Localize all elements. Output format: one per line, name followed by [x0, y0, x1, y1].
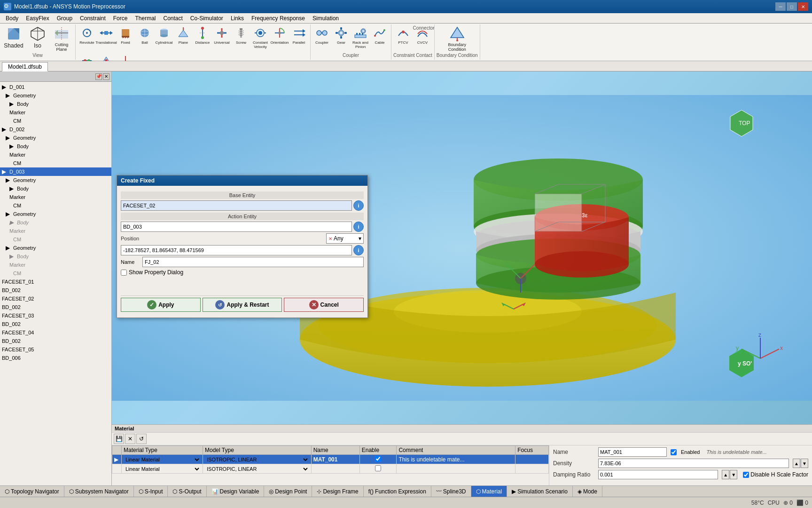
tab-material[interactable]: ⬡ Material [471, 486, 508, 497]
tab-s-input[interactable]: ⬡ S-Input [134, 486, 168, 497]
menu-frequency-response[interactable]: Frequency Response [248, 14, 309, 23]
col-header-comment[interactable]: Comment [397, 446, 515, 455]
table-row[interactable]: Linear Material ISOTROPIC, LINEAR [112, 464, 549, 474]
col-header-material-type[interactable]: Material Type [122, 446, 203, 455]
disable-h-scale-checkbox[interactable] [743, 472, 749, 478]
name-input[interactable] [142, 257, 364, 267]
action-entity-input[interactable] [121, 222, 352, 232]
cable-button[interactable]: Cable [370, 24, 389, 52]
material-refresh-button[interactable]: ↺ [136, 434, 147, 444]
tree-item[interactable]: ▶D_001 [0, 83, 111, 91]
3d-viewport[interactable]: 3ε ✕ Position x y z [112, 71, 812, 424]
row-model-type[interactable]: ISOTROPIC, LINEAR [203, 455, 312, 464]
tree-item[interactable]: Marker [0, 108, 111, 117]
tree-item[interactable]: ▶Body [0, 218, 111, 227]
tree-item[interactable]: FACESET_04 [0, 328, 111, 337]
tree-item[interactable]: FACESET_01 [0, 278, 111, 286]
tab-mode[interactable]: ◈ Mode [573, 486, 602, 497]
material-type-select[interactable]: Linear Material [124, 456, 201, 463]
tab-function-expression[interactable]: f() Function Expression [364, 486, 431, 497]
tab-topology-navigator[interactable]: ⬡ Topology Navigator [0, 486, 64, 497]
tree-item[interactable]: CM [0, 159, 111, 167]
tree-item[interactable]: BD_002 [0, 286, 111, 294]
density-decrement-button[interactable]: ▼ [801, 459, 808, 468]
tab-spline3d[interactable]: 〰 Spline3D [431, 486, 471, 497]
cvcv-button[interactable]: CVCV [413, 24, 432, 52]
tree-item[interactable]: Marker [0, 193, 111, 201]
damping-decrement-button[interactable]: ▼ [730, 470, 737, 479]
cylindrical-button[interactable]: Cylindrical [155, 24, 173, 52]
position-input[interactable] [121, 245, 352, 255]
base-entity-info-button[interactable]: i [353, 200, 364, 211]
row-enable[interactable] [359, 455, 397, 464]
tab-model1[interactable]: Model1.dfsub [2, 62, 48, 71]
show-property-checkbox[interactable] [121, 270, 127, 276]
tree-item[interactable]: FACESET_05 [0, 345, 111, 354]
tab-design-point[interactable]: ◎ Design Point [264, 486, 312, 497]
tree-item[interactable]: BD_002 [0, 303, 111, 311]
tree-item[interactable]: ▶Geometry [0, 244, 111, 252]
close-button[interactable]: ✕ [798, 2, 808, 11]
table-row[interactable]: ▶ Linear Material ISOTROPIC, LINEAR [112, 455, 549, 464]
tree-item[interactable]: FACESET_03 [0, 311, 111, 320]
material-save-button[interactable]: 💾 [114, 434, 124, 444]
revolute-button[interactable]: Revolute [78, 24, 96, 52]
orientation-button[interactable]: Orientation [270, 24, 289, 52]
density-increment-button[interactable]: ▲ [793, 459, 800, 468]
model-type-select[interactable]: ISOTROPIC, LINEAR [205, 456, 309, 463]
tree-item[interactable]: Marker [0, 151, 111, 159]
panel-close-button[interactable]: ✕ [103, 73, 109, 80]
cancel-button[interactable]: ✕ Cancel [284, 298, 364, 312]
iso-button[interactable]: Iso [26, 24, 49, 52]
gear-button[interactable]: Gear [332, 24, 351, 52]
cutting-plane-button[interactable]: Cutting Plane [50, 24, 73, 52]
parallel-button[interactable]: Parallel [289, 24, 308, 52]
tree-item[interactable]: ▶Body [0, 142, 111, 151]
plane-button[interactable]: Plane [174, 24, 193, 52]
screw-button[interactable]: Screw [232, 24, 250, 52]
ball-button[interactable]: Ball [135, 24, 154, 52]
coupler-button[interactable]: Coupler [312, 24, 331, 52]
base-entity-input[interactable] [121, 200, 352, 211]
row-material-type[interactable]: Linear Material [122, 464, 203, 474]
col-header-name[interactable]: Name [311, 446, 359, 455]
tree-item[interactable]: CM [0, 117, 111, 125]
tree-item[interactable]: BD_002 [0, 337, 111, 345]
tree-item[interactable]: CM [0, 201, 111, 210]
tree-item[interactable]: FACESET_02 [0, 294, 111, 303]
menu-simulation[interactable]: Simulation [309, 14, 343, 23]
mat-damping-input[interactable] [598, 470, 718, 479]
distance-button[interactable]: Distance [193, 24, 212, 52]
damping-increment-button[interactable]: ▲ [722, 470, 729, 479]
tree-item[interactable]: Marker [0, 227, 111, 235]
col-header-model-type[interactable]: Model Type [203, 446, 312, 455]
tree-item[interactable]: ▶Geometry [0, 134, 111, 142]
menu-thermal[interactable]: Thermal [131, 14, 159, 23]
menu-group[interactable]: Group [53, 14, 76, 23]
model-type-select-2[interactable]: ISOTROPIC, LINEAR [205, 466, 309, 472]
menu-force[interactable]: Force [109, 14, 132, 23]
tree-item[interactable]: CM [0, 235, 111, 244]
enable-checkbox-2[interactable] [375, 465, 381, 471]
tree-item[interactable]: ▶Geometry [0, 210, 111, 218]
tree-item[interactable]: ▶D_002 [0, 125, 111, 134]
tree-item[interactable]: BD_002 [0, 320, 111, 328]
tree-item[interactable]: ▶Body [0, 100, 111, 108]
tree-item[interactable]: ▶Geometry [0, 91, 111, 100]
apply-restart-button[interactable]: ↺ Apply & Restart [203, 298, 282, 312]
apply-button[interactable]: ✓ Apply [121, 298, 201, 312]
menu-body[interactable]: Body [2, 14, 22, 23]
enable-checkbox[interactable] [375, 456, 381, 462]
tree-item[interactable]: ▶Geometry [0, 176, 111, 184]
mat-enabled-checkbox[interactable] [671, 449, 677, 455]
row-material-type[interactable]: Linear Material [122, 455, 203, 464]
menu-easyflex[interactable]: EasyFlex [22, 14, 53, 23]
constant-velocity-button[interactable]: Constant Velocity [251, 24, 270, 52]
minimize-button[interactable]: ─ [775, 2, 786, 11]
col-header-focus[interactable]: Focus [515, 446, 549, 455]
mat-density-input[interactable] [598, 459, 789, 468]
rack-pinion-button[interactable]: Rack and Pinion [351, 24, 370, 52]
shaded-button[interactable]: Shaded [2, 24, 25, 52]
tab-s-output[interactable]: ⬡ S-Output [168, 486, 206, 497]
position-info-button[interactable]: i [353, 245, 364, 255]
